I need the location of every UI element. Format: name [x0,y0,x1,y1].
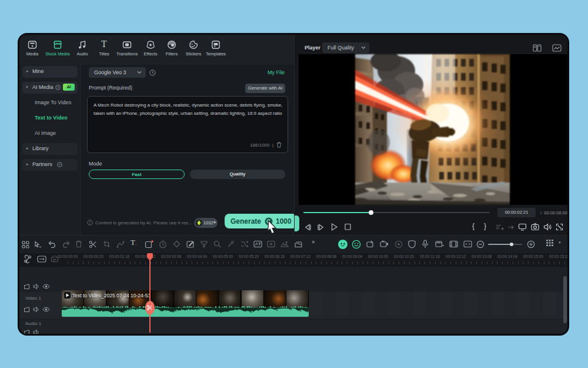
svg-text:?: ? [57,86,59,89]
svg-text:?: ? [59,163,61,167]
